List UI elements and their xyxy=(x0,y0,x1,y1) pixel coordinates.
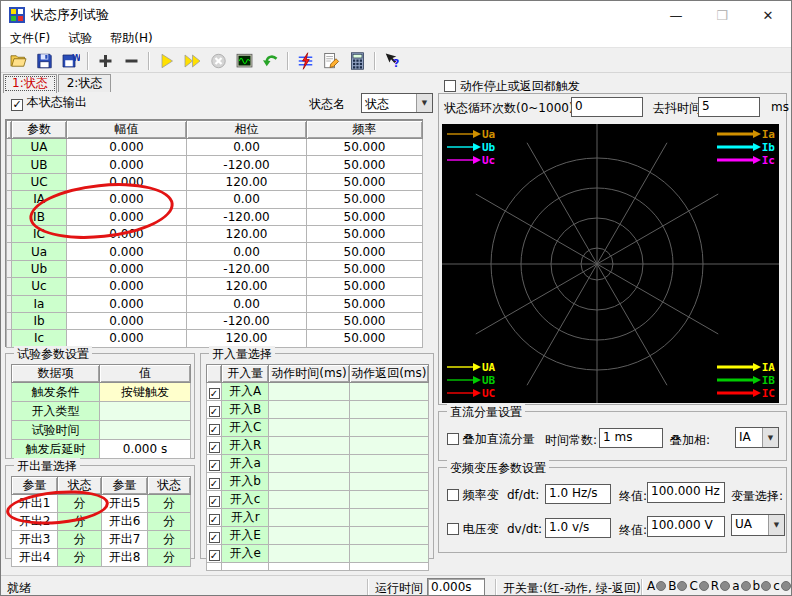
amp-cell[interactable]: 0.000 xyxy=(67,278,187,295)
menu-item-2[interactable]: 帮助(H) xyxy=(101,29,161,48)
phase-cell[interactable]: -120.00 xyxy=(187,260,307,277)
tab-state-2[interactable]: 2:状态 xyxy=(58,74,112,92)
phase-cell[interactable]: -120.00 xyxy=(187,312,307,329)
freq-ramp-checkbox[interactable]: 频率变 xyxy=(447,487,499,504)
freq-cell[interactable]: 50.000 xyxy=(307,156,423,173)
amp-cell[interactable]: 0.000 xyxy=(67,295,187,312)
testparam-value-cell[interactable]: 按键触发 xyxy=(100,383,191,402)
output-state-cell[interactable]: 分 xyxy=(148,495,191,513)
input-checkbox[interactable]: ✓ xyxy=(209,406,220,417)
freq-ramp-checkbox-box[interactable] xyxy=(447,489,459,501)
waveform-icon[interactable] xyxy=(231,50,257,72)
input-checkbox-cell[interactable]: ✓ xyxy=(207,491,222,509)
phase-cell[interactable]: 120.00 xyxy=(187,173,307,190)
output-state-cell[interactable]: 分 xyxy=(148,549,191,567)
tab-state-1[interactable]: 1:状态 xyxy=(3,74,57,93)
input-checkbox-cell[interactable]: ✓ xyxy=(207,545,222,563)
freq-cell[interactable]: 50.000 xyxy=(307,191,423,208)
input-checkbox[interactable]: ✓ xyxy=(209,532,220,543)
volt-ramp-checkbox-box[interactable] xyxy=(447,523,459,535)
chevron-down-icon[interactable]: ▼ xyxy=(416,94,432,112)
time-constant-input[interactable]: 1 ms xyxy=(599,428,663,448)
report-icon[interactable] xyxy=(318,50,344,72)
phase-cell[interactable]: 120.00 xyxy=(187,225,307,242)
phase-cell[interactable]: 0.00 xyxy=(187,191,307,208)
input-checkbox[interactable]: ✓ xyxy=(209,424,220,435)
open-icon[interactable] xyxy=(5,50,31,72)
output-state-cell[interactable]: 分 xyxy=(58,531,102,549)
amp-cell[interactable]: 0.000 xyxy=(67,330,187,347)
freq-cell[interactable]: 50.000 xyxy=(307,139,423,156)
input-checkbox-cell[interactable]: ✓ xyxy=(207,473,222,491)
volt-final-input[interactable]: 100.000 V xyxy=(647,516,725,537)
output-state-cell[interactable]: 分 xyxy=(148,513,191,531)
state-output-checkbox-box[interactable]: ✓ xyxy=(11,99,23,111)
output-state-cell[interactable]: 分 xyxy=(58,549,102,567)
input-checkbox[interactable]: ✓ xyxy=(209,514,220,525)
debounce-input[interactable]: 5 xyxy=(698,97,760,117)
volt-ramp-checkbox[interactable]: 电压变 xyxy=(447,521,499,538)
testparam-value-cell[interactable] xyxy=(100,402,191,421)
phase-cell[interactable]: -120.00 xyxy=(187,156,307,173)
overlay-phase-combo[interactable]: IA ▼ xyxy=(735,427,779,448)
stop-icon[interactable] xyxy=(205,50,231,72)
dc-overlay-checkbox-box[interactable] xyxy=(447,433,459,445)
amp-cell[interactable]: 0.000 xyxy=(67,243,187,260)
freq-cell[interactable]: 50.000 xyxy=(307,243,423,260)
undo-icon[interactable] xyxy=(257,50,283,72)
remove-icon[interactable] xyxy=(118,50,144,72)
help-icon[interactable]: ? xyxy=(379,50,405,72)
phase-cell[interactable]: -120.00 xyxy=(187,208,307,225)
vector-icon[interactable] xyxy=(292,50,318,72)
freq-cell[interactable]: 50.000 xyxy=(307,330,423,347)
input-checkbox-cell[interactable]: ✓ xyxy=(207,437,222,455)
testparam-value-cell[interactable]: 0.000 s xyxy=(100,440,191,459)
param-col-header[interactable]: 频率 xyxy=(307,121,423,139)
state-name-combo[interactable]: 状态 ▼ xyxy=(361,93,433,113)
input-checkbox-cell[interactable]: ✓ xyxy=(207,401,222,419)
freq-final-input[interactable]: 100.000 Hz xyxy=(647,482,725,503)
dfdt-input[interactable]: 1.0 Hz/s xyxy=(545,484,611,504)
dvdt-input[interactable]: 1.0 v/s xyxy=(545,518,611,538)
amp-cell[interactable]: 0.000 xyxy=(67,156,187,173)
minimize-button[interactable]: — xyxy=(653,1,699,29)
chevron-down-icon[interactable]: ▼ xyxy=(762,428,778,447)
input-checkbox[interactable]: ✓ xyxy=(209,442,220,453)
input-checkbox-cell[interactable]: ✓ xyxy=(207,383,222,401)
freq-cell[interactable]: 50.000 xyxy=(307,260,423,277)
freq-cell[interactable]: 50.000 xyxy=(307,225,423,242)
add-icon[interactable] xyxy=(92,50,118,72)
input-checkbox[interactable]: ✓ xyxy=(209,478,220,489)
cycle-count-input[interactable]: 0 xyxy=(571,97,643,117)
chevron-down-icon[interactable]: ▼ xyxy=(768,515,784,535)
calculator-icon[interactable] xyxy=(344,50,370,72)
input-checkbox-cell[interactable]: ✓ xyxy=(207,419,222,437)
amp-cell[interactable]: 0.000 xyxy=(67,312,187,329)
save-doc-icon[interactable]: W xyxy=(57,50,83,72)
amp-cell[interactable]: 0.000 xyxy=(67,260,187,277)
phase-cell[interactable]: 120.00 xyxy=(187,278,307,295)
state-output-checkbox[interactable]: ✓ 本状态输出 xyxy=(11,94,87,111)
freq-cell[interactable]: 50.000 xyxy=(307,312,423,329)
dc-overlay-checkbox[interactable]: 叠加直流分量 xyxy=(447,431,535,448)
menu-item-1[interactable]: 试验 xyxy=(59,29,101,48)
param-col-header[interactable]: 幅值 xyxy=(67,121,187,139)
menu-item-0[interactable]: 文件(F) xyxy=(1,29,59,48)
freq-cell[interactable]: 50.000 xyxy=(307,295,423,312)
amp-cell[interactable]: 0.000 xyxy=(67,139,187,156)
output-state-cell[interactable]: 分 xyxy=(148,531,191,549)
freq-cell[interactable]: 50.000 xyxy=(307,208,423,225)
input-checkbox-cell[interactable]: ✓ xyxy=(207,527,222,545)
save-icon[interactable] xyxy=(31,50,57,72)
action-stop-checkbox-box[interactable] xyxy=(444,80,456,92)
input-checkbox[interactable]: ✓ xyxy=(209,496,220,507)
input-checkbox-cell[interactable]: ✓ xyxy=(207,509,222,527)
input-checkbox[interactable]: ✓ xyxy=(209,388,220,399)
var-select-combo[interactable]: UA ▼ xyxy=(731,514,785,536)
close-button[interactable]: ✕ xyxy=(745,1,791,29)
start-fast-icon[interactable] xyxy=(179,50,205,72)
testparam-value-cell[interactable] xyxy=(100,421,191,440)
input-checkbox[interactable]: ✓ xyxy=(209,550,220,561)
param-col-header[interactable]: 相位 xyxy=(187,121,307,139)
phase-cell[interactable]: 0.00 xyxy=(187,139,307,156)
